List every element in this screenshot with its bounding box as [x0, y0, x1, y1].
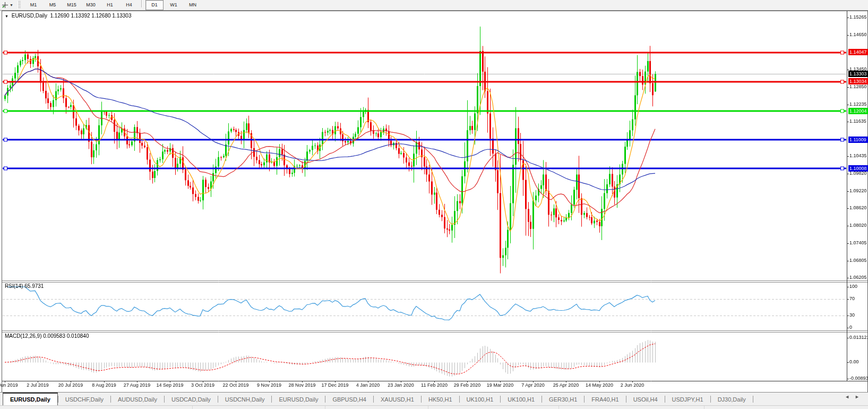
price-axis-tick-label: 1.06805 [849, 258, 867, 263]
tab-scroll-arrows: ◄► [845, 394, 865, 399]
toolbar-separator [141, 0, 142, 7]
chart-tab-usdjpy-h1[interactable]: USDJPY,H1 [665, 393, 710, 406]
rsi-scale-label: 0 [849, 325, 852, 330]
status-bar-separator [558, 406, 559, 409]
tab-scroll-left-icon[interactable]: ◄ [845, 394, 855, 399]
price-axis-tick-label: 1.12235 [849, 101, 867, 107]
date-axis-label: 14 Sep 2019 [156, 382, 183, 388]
timeframe-button-h4[interactable]: H4 [120, 0, 138, 10]
date-axis-label: 23 Jan 2020 [388, 382, 414, 388]
chart-tab-uk100-h1[interactable]: UK100,H1 [460, 393, 501, 406]
date-axis-label: 20 Jul 2019 [58, 382, 83, 388]
date-axis-label: 29 Feb 2020 [454, 382, 481, 388]
price-axis-tick-label: 1.11635 [849, 118, 866, 124]
chart-tab-usdcnh-daily[interactable]: USDCNH,Daily [218, 393, 272, 406]
price-line-badge: 1.13034 [848, 78, 868, 84]
timeframe-button-d1[interactable]: D1 [145, 0, 164, 10]
price-axis-tick-label: 1.07405 [849, 240, 867, 245]
date-axis-label: 22 Oct 2019 [222, 382, 248, 388]
chart-canvas[interactable] [2, 11, 867, 392]
date-axis-label: 28 Nov 2019 [288, 382, 315, 388]
timeframe-button-mn[interactable]: MN [184, 0, 202, 10]
timeframe-button-h1[interactable]: H1 [101, 0, 119, 10]
date-axis-label: 8 Aug 2019 [92, 382, 116, 388]
chart-tabs-bar: EURUSD,DailyUSDCHF,DailyAUDUSD,DailyUSDC… [0, 392, 868, 406]
chart-tab-usdcad-daily[interactable]: USDCAD,Daily [165, 393, 218, 406]
price-axis-tick-label: 1.10435 [849, 153, 867, 158]
date-axis-label: 2 Jul 2019 [27, 382, 49, 388]
timeframe-button-m30[interactable]: M30 [82, 0, 100, 10]
timeframe-toolbar: ▼ M1M5M15M30H1H4D1W1MN [0, 0, 868, 11]
date-axis-label: 3 Oct 2019 [191, 382, 214, 388]
chart-tab-eurusd-daily[interactable]: EURUSD,Daily [3, 393, 58, 406]
current-price-badge: 1.13303 [848, 71, 868, 77]
date-axis-label: 19 Mar 2020 [487, 382, 514, 388]
tab-scroll-right-icon[interactable]: ► [855, 394, 865, 399]
status-bar-separator [325, 406, 325, 409]
price-axis-tick-label: 1.09220 [849, 188, 867, 193]
chart-tab-audusd-daily[interactable]: AUDUSD,Daily [111, 393, 164, 406]
rsi-indicator-label: RSI(14) 65.9731 [5, 283, 44, 289]
timeframe-button-m1[interactable]: M1 [24, 0, 42, 10]
macd-scale-label: -0.00893 [849, 376, 868, 381]
date-axis-label: 14 May 2020 [586, 382, 613, 388]
chart-tab-gbpusd-h4[interactable]: GBPUSD,H4 [325, 393, 373, 406]
price-axis-tick-label: 1.06205 [849, 275, 867, 280]
macd-scale-label: 0.013121 [849, 335, 868, 340]
chart-tab-eurusd-daily[interactable]: EURUSD,Daily [272, 393, 325, 406]
price-axis-tick-label: 1.08020 [849, 223, 867, 228]
chart-tab-dj30-daily[interactable]: DJ30,Daily [711, 393, 753, 406]
chart-title-symbol: EURUSD,Daily [12, 13, 47, 19]
price-line-badge: 1.11009 [848, 137, 868, 143]
timeframe-button-w1[interactable]: W1 [165, 0, 183, 10]
price-axis-tick-label: 1.14650 [849, 32, 867, 37]
date-axis-label: 9 Nov 2019 [257, 382, 281, 388]
chart-tab-fra40-h1[interactable]: FRA40,H1 [585, 393, 625, 406]
price-axis-tick-label: 1.15265 [849, 14, 867, 20]
chart-tab-usdchf-daily[interactable]: USDCHF,Daily [58, 393, 110, 406]
status-bar-separator [192, 406, 193, 409]
macd-scale-label: 0.00 [849, 359, 859, 364]
cursor-dropdown-caret-icon[interactable]: ▼ [10, 3, 13, 7]
timeframe-button-m5[interactable]: M5 [44, 0, 62, 10]
date-axis-label: 13 Jun 2019 [0, 382, 18, 388]
status-bar-separator [428, 406, 428, 409]
chart-tab-uk100-h1[interactable]: UK100,H1 [501, 393, 542, 406]
status-bar [0, 405, 868, 409]
chart-tab-ger30-h1[interactable]: GER30,H1 [542, 393, 584, 406]
date-axis-label: 2 Jun 2020 [621, 382, 644, 388]
timeframe-buttons: M1M5M15M30H1H4D1W1MN [24, 0, 202, 10]
chart-window: ▼ EURUSD,Daily 1.12690 1.13392 1.12680 1… [2, 11, 868, 393]
date-axis-label: 27 Aug 2019 [124, 382, 151, 388]
date-axis-label: 25 Apr 2020 [553, 382, 579, 388]
macd-indicator-label: MACD(12,26,9) 0.009583 0.010840 [5, 333, 89, 339]
tab-divider [753, 396, 753, 403]
date-axis-label: 17 Dec 2019 [321, 382, 348, 388]
date-axis-label: 7 Apr 2020 [521, 382, 545, 388]
rsi-scale-label: 100 [849, 284, 857, 289]
toolbar-grip-handle[interactable] [18, 1, 21, 9]
rsi-scale-label: 30 [849, 312, 855, 318]
chart-tab-hk50-h1[interactable]: HK50,H1 [422, 393, 459, 406]
chart-tab-xauusd-h1[interactable]: XAUUSD,H1 [374, 393, 421, 406]
rsi-scale-label: 70 [849, 296, 855, 301]
chart-collapse-caret-icon[interactable]: ▼ [5, 14, 8, 18]
price-line-badge: 1.12004 [848, 108, 868, 114]
status-bar-separator [704, 406, 704, 409]
price-line-badge: 1.10008 [848, 165, 868, 172]
chart-tab-usoil-h4[interactable]: USOil,H4 [626, 393, 665, 406]
date-axis-label: 4 Jan 2020 [356, 382, 380, 388]
crosshair-cursor-icon[interactable] [1, 1, 9, 9]
price-line-badge: 1.14047 [848, 49, 868, 55]
price-axis-tick-label: 1.09820 [849, 171, 867, 176]
chart-title-ohlc: 1.12690 1.13392 1.12680 1.13303 [50, 13, 132, 19]
price-axis-tick-label: 1.08620 [849, 205, 867, 210]
chart-title: ▼ EURUSD,Daily 1.12690 1.13392 1.12680 1… [5, 13, 131, 19]
date-axis-label: 11 Feb 2020 [421, 382, 448, 388]
mt4-terminal: ▼ M1M5M15M30H1H4D1W1MN ▼ EURUSD,Daily 1.… [0, 0, 868, 409]
timeframe-button-m15[interactable]: M15 [63, 0, 81, 10]
